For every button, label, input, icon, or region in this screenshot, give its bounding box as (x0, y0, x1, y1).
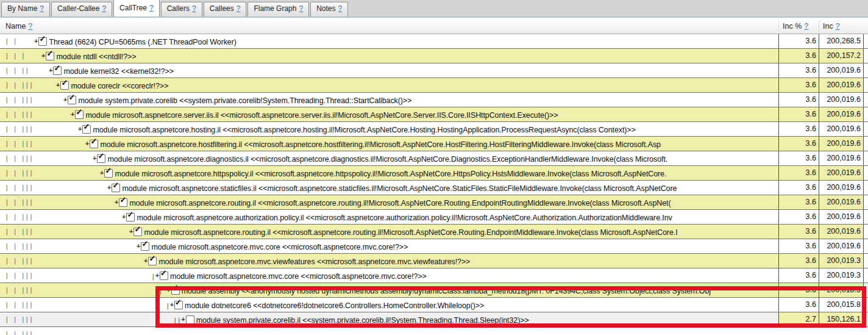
tree-row[interactable]: | | ||| +✓module microsoft.aspnetcore.au… (0, 210, 868, 225)
expander-plus-icon[interactable]: + (166, 283, 170, 297)
column-header-inc-pct[interactable]: Inc %? (779, 20, 819, 34)
node-checkbox[interactable]: ✓ (46, 52, 54, 60)
tree-row[interactable]: | | ||| +✓module microsoft.aspnetcore.ro… (0, 195, 868, 210)
tab-help-link[interactable]: ? (149, 4, 154, 12)
node-checkbox[interactable]: ✓ (160, 272, 168, 280)
inc-help-link[interactable]: ? (836, 22, 840, 31)
tree-row[interactable]: | | ||| +✓module microsoft.aspnetcore.se… (0, 107, 868, 122)
tree-row[interactable]: | | ||| ||+✓module system.private.coreli… (0, 312, 868, 327)
name-cell[interactable]: | | ||| +✓module system.private.corelib … (0, 93, 779, 107)
tab-by-name[interactable]: By Name? (1, 2, 50, 16)
name-cell[interactable]: | | +✓Thread (6624) CPU=5065ms (.NET Thr… (0, 34, 779, 48)
tree-row[interactable]: | | ||| +✓module microsoft.aspnetcore.ro… (0, 225, 868, 239)
tab-help-link[interactable]: ? (299, 4, 303, 13)
tree-row[interactable]: | | ||| |+✓module dotnetcore6 <<dotnetco… (0, 298, 868, 312)
expander-plus-icon[interactable]: + (93, 151, 96, 165)
node-checkbox[interactable]: ✓ (171, 286, 180, 295)
node-checkbox[interactable]: ✓ (75, 110, 84, 119)
name-cell[interactable]: | | ||| +✓module microsoft.aspnetcore.ht… (0, 166, 779, 180)
node-checkbox[interactable]: ✓ (133, 228, 142, 236)
name-help-link[interactable]: ? (28, 22, 32, 31)
node-checkbox[interactable]: ✓ (90, 140, 98, 148)
name-cell[interactable]: | | ||| +✓module microsoft.aspnetcore.mv… (0, 239, 779, 253)
expander-plus-icon[interactable]: + (71, 107, 74, 121)
node-checkbox[interactable]: ✓ (148, 257, 157, 265)
node-checkbox[interactable]: ✓ (119, 198, 127, 207)
expander-plus-icon[interactable]: + (137, 239, 140, 253)
name-cell[interactable]: | | ||| ||+✓module system.private.coreli… (0, 312, 779, 326)
expander-plus-icon[interactable]: + (129, 225, 133, 239)
expander-plus-icon[interactable]: + (122, 210, 126, 224)
name-cell[interactable]: | | ||| |+✓module microsoft.aspnetcore.m… (0, 268, 779, 283)
name-cell[interactable]: | | ||| | +✓module assembly <<anonymousl… (0, 283, 779, 297)
node-checkbox[interactable]: ✓ (68, 96, 76, 104)
tab-callers[interactable]: Callers? (161, 2, 202, 16)
tree-row[interactable]: | | ||| +✓module coreclr <<coreclr!?>> 3… (0, 78, 868, 93)
expander-plus-icon[interactable]: + (78, 122, 82, 136)
tree-row[interactable]: | | ||| +✓module microsoft.aspnetcore.ho… (0, 137, 868, 151)
tree-row[interactable]: | | ||| | +✓module assembly <<anonymousl… (0, 283, 868, 298)
expander-plus-icon[interactable]: + (155, 268, 159, 283)
name-cell[interactable]: | | ||| +✓module coreclr <<coreclr!?>> (0, 78, 779, 92)
tab-help-link[interactable]: ? (192, 4, 196, 13)
tab-notes[interactable]: Notes? (310, 2, 348, 16)
tree-row[interactable]: | | ||| +✓module microsoft.aspnetcore.ho… (0, 122, 868, 137)
name-cell[interactable]: | | ||| +✓module microsoft.aspnetcore.se… (0, 107, 779, 121)
name-cell[interactable]: | | ||| +✓module microsoft.aspnetcore.ho… (0, 137, 779, 151)
node-checkbox[interactable]: ✓ (141, 242, 149, 251)
inc-pct-help-link[interactable]: ? (804, 22, 808, 31)
tab-help-link[interactable]: ? (102, 4, 106, 13)
tab-calltree[interactable]: CallTree? (113, 0, 160, 16)
column-header-inc[interactable]: Inc? (819, 20, 864, 34)
expander-plus-icon[interactable]: + (181, 312, 185, 326)
name-cell[interactable]: | | ||| +✓module microsoft.aspnetcore.ho… (0, 122, 779, 136)
node-checkbox[interactable]: ✓ (97, 154, 105, 163)
tree-row[interactable]: | | ||| +✓module microsoft.aspnetcore.ht… (0, 166, 868, 181)
node-checkbox[interactable]: ✓ (82, 125, 91, 134)
expander-plus-icon[interactable]: + (41, 49, 45, 63)
tree-row[interactable]: | | ||| +✓module microsoft.aspnetcore.di… (0, 151, 868, 166)
tree-row[interactable]: | | || +✓module kernel32 <<kernel32!?>> … (0, 63, 868, 78)
node-checkbox[interactable]: ✓ (126, 213, 135, 222)
expander-plus-icon[interactable]: + (34, 34, 38, 48)
node-checkbox[interactable]: ✓ (174, 301, 183, 309)
tree-row[interactable]: | | ||| |+✓module microsoft.aspnetcore.m… (0, 268, 868, 283)
expander-plus-icon[interactable]: + (85, 137, 89, 151)
name-cell[interactable]: | | ||| +✓module microsoft.aspnetcore.ro… (0, 225, 779, 239)
node-checkbox[interactable]: ✓ (112, 184, 120, 192)
name-cell[interactable]: | | ||| +✓module microsoft.aspnetcore.ro… (0, 195, 779, 209)
name-cell[interactable]: | | ||| +✓module microsoft.aspnetcore.st… (0, 181, 779, 195)
expander-plus-icon[interactable]: + (56, 78, 60, 92)
node-checkbox[interactable]: ✓ (186, 315, 194, 324)
tab-help-link[interactable]: ? (338, 4, 343, 13)
expander-plus-icon[interactable]: + (100, 166, 104, 180)
name-cell[interactable]: | | | +✓module ntdll <<ntdll!?>> (0, 49, 779, 63)
name-cell[interactable]: | | ||| +✓module microsoft.aspnetcore.au… (0, 210, 779, 224)
node-checkbox[interactable]: ✓ (104, 169, 113, 178)
name-cell[interactable]: | | ||| +✓module microsoft.aspnetcore.di… (0, 151, 779, 165)
tree-row[interactable]: | | ||| +✓module microsoft.aspnetcore.mv… (0, 254, 868, 268)
expander-plus-icon[interactable]: + (115, 195, 118, 209)
expander-plus-icon[interactable]: + (144, 254, 148, 268)
tree-row[interactable]: | | | +✓module ntdll <<ntdll!?>> 3.6 200… (0, 49, 868, 63)
expander-plus-icon[interactable]: + (63, 93, 67, 107)
tab-help-link[interactable]: ? (237, 4, 241, 13)
tab-callees[interactable]: Callees? (204, 2, 247, 16)
tree-row[interactable]: | | ||| +✓module microsoft.aspnetcore.st… (0, 181, 868, 195)
tree-row[interactable]: | | ||| +✓module microsoft.aspnetcore.mv… (0, 239, 868, 254)
node-checkbox[interactable]: ✓ (38, 37, 47, 46)
tree-row[interactable]: | | +✓Thread (6624) CPU=5065ms (.NET Thr… (0, 34, 868, 49)
tree-row[interactable]: | | ||| +✓module system.private.corelib … (0, 93, 868, 107)
node-checkbox[interactable]: ✓ (60, 81, 69, 90)
column-header-name[interactable]: Name? (0, 20, 779, 34)
node-checkbox[interactable]: ✓ (53, 67, 62, 75)
tab-flame-graph[interactable]: Flame Graph? (247, 2, 309, 16)
expander-plus-icon[interactable]: + (107, 181, 111, 195)
expander-plus-icon[interactable]: + (170, 298, 174, 312)
name-cell[interactable]: | | ||| |+✓module dotnetcore6 <<dotnetco… (0, 298, 779, 312)
tab-help-link[interactable]: ? (40, 4, 44, 13)
tab-caller-callee[interactable]: Caller-Callee? (51, 2, 112, 16)
expander-plus-icon[interactable]: + (49, 63, 52, 77)
name-cell[interactable]: | | || +✓module kernel32 <<kernel32!?>> (0, 63, 779, 77)
name-cell[interactable]: | | ||| +✓module microsoft.aspnetcore.mv… (0, 254, 779, 268)
